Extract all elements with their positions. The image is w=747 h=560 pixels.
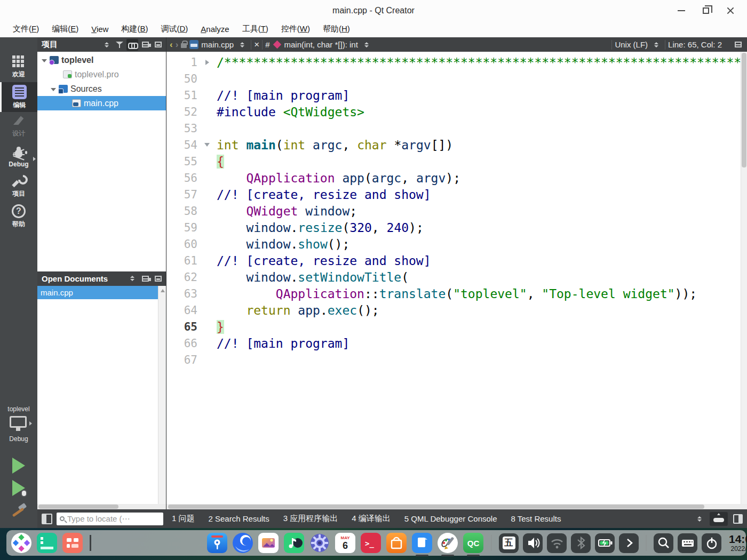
code-line-1[interactable]: 1/**************************************… xyxy=(166,54,741,70)
calendar-icon[interactable]: MAY 6 xyxy=(335,532,356,554)
tree-item-toplevel-pro[interactable]: toplevel.pro xyxy=(37,67,166,82)
code-line-67[interactable]: 67 xyxy=(166,351,741,368)
tree-item-toplevel[interactable]: toplevel xyxy=(37,53,166,67)
editor-split-button[interactable] xyxy=(732,39,744,51)
line-number[interactable]: 65 xyxy=(166,321,197,333)
open-file-name[interactable]: main.cpp xyxy=(201,40,234,49)
line-number[interactable]: 58 xyxy=(166,205,197,218)
mode-edit[interactable]: 编辑 xyxy=(0,82,37,112)
line-number[interactable]: 60 xyxy=(166,238,197,251)
bluetooth-icon[interactable] xyxy=(571,533,591,553)
launcher-icon[interactable] xyxy=(11,532,32,554)
code-line-54[interactable]: 54int main(int argc, char *argv[]) xyxy=(166,137,741,153)
wifi-icon[interactable] xyxy=(547,533,567,553)
line-number[interactable]: 62 xyxy=(166,271,197,284)
od-scrollbar[interactable] xyxy=(158,286,166,505)
file-manager-icon[interactable] xyxy=(206,532,228,554)
debug-run-button[interactable] xyxy=(12,480,25,496)
menu-item-8[interactable]: 帮助(H) xyxy=(317,22,355,36)
line-number[interactable]: 54 xyxy=(166,139,197,151)
code-line-60[interactable]: 60 window.show(); xyxy=(166,236,741,252)
go-back-button[interactable]: ‹ xyxy=(170,40,173,49)
power-icon[interactable] xyxy=(702,533,721,553)
line-number[interactable]: 64 xyxy=(166,304,197,317)
od-panel-combo[interactable] xyxy=(126,273,138,284)
menu-item-3[interactable]: 构建(B) xyxy=(116,22,153,36)
menu-item-0[interactable]: 文件(F) xyxy=(7,22,44,36)
line-number[interactable]: 67 xyxy=(166,354,197,366)
line-number[interactable]: 56 xyxy=(166,172,197,185)
menu-item-1[interactable]: 编辑(E) xyxy=(46,22,84,36)
open-document-main-cpp[interactable]: main.cpp xyxy=(37,286,166,299)
line-number[interactable]: 53 xyxy=(166,122,197,135)
line-number[interactable]: 57 xyxy=(166,188,197,201)
close-document-button[interactable]: × xyxy=(254,39,259,50)
mode-help[interactable]: ? 帮助 xyxy=(0,202,37,231)
kit-selector[interactable]: toplevel Debug xyxy=(0,405,37,449)
panes-combo[interactable] xyxy=(694,513,705,525)
line-number[interactable]: 66 xyxy=(166,337,197,350)
code-line-52[interactable]: 52#include <QtWidgets> xyxy=(166,103,741,120)
minimize-button[interactable] xyxy=(669,0,694,21)
virtual-keyboard-icon[interactable] xyxy=(678,533,697,553)
paint-app-icon[interactable] xyxy=(437,532,458,554)
code-line-64[interactable]: 64 return app.exec(); xyxy=(166,302,741,318)
restore-button[interactable] xyxy=(694,0,718,21)
search-icon[interactable] xyxy=(654,533,673,553)
code-line-61[interactable]: 61//! [create, resize and show] xyxy=(166,252,741,269)
code-editor[interactable]: 1/**************************************… xyxy=(166,52,747,504)
mode-projects[interactable]: 项目 xyxy=(0,172,37,202)
tree-item-main-cpp[interactable]: main.cpp xyxy=(37,96,166,110)
output-pane-button-3[interactable]: 4 编译输出 xyxy=(352,514,391,524)
line-number[interactable]: 55 xyxy=(166,155,197,168)
documents-app-icon[interactable] xyxy=(411,532,433,554)
close-panel-button[interactable] xyxy=(152,39,164,51)
music-icon[interactable] xyxy=(283,532,305,554)
code-line-63[interactable]: 63 QApplication::translate("toplevel", "… xyxy=(166,285,741,302)
build-progress-icon[interactable] xyxy=(710,512,728,526)
cursor-position[interactable]: Line: 65, Col: 2 xyxy=(668,40,722,49)
line-number[interactable]: 52 xyxy=(166,106,197,118)
code-line-58[interactable]: 58 QWidget window; xyxy=(166,203,741,219)
toggle-left-sidebar-button[interactable] xyxy=(42,514,52,524)
qt-creator-taskbar-icon[interactable]: QC xyxy=(463,532,484,554)
line-ending-selector[interactable]: Unix (LF) xyxy=(615,40,648,49)
output-pane-button-1[interactable]: 2 Search Results xyxy=(209,514,269,523)
panel-selector-combo[interactable] xyxy=(101,39,113,51)
input-method-icon[interactable]: 五 xyxy=(499,533,519,553)
mode-welcome[interactable]: 欢迎 xyxy=(0,52,37,82)
sync-with-editor-button[interactable] xyxy=(126,39,138,51)
close-button[interactable] xyxy=(718,0,743,21)
code-line-50[interactable]: 50 xyxy=(166,70,741,87)
code-line-56[interactable]: 56 QApplication app(argc, argv); xyxy=(166,170,741,186)
current-symbol[interactable]: main(int, char *[]): int xyxy=(284,40,358,49)
expand-arrow-icon[interactable] xyxy=(51,88,56,91)
tree-item-sources[interactable]: Sources xyxy=(37,82,166,96)
locator-input[interactable] xyxy=(67,514,160,523)
browser-icon[interactable] xyxy=(232,532,253,554)
code-line-66[interactable]: 66//! [main program] xyxy=(166,335,741,351)
symbol-hash[interactable]: # xyxy=(265,40,269,49)
code-line-51[interactable]: 51//! [main program] xyxy=(166,87,741,103)
leftpanel-hscrollbar[interactable] xyxy=(37,504,166,509)
symbol-combo[interactable] xyxy=(361,39,372,51)
line-ending-combo[interactable] xyxy=(650,39,662,51)
output-pane-button-4[interactable]: 5 QML Debugger Console xyxy=(404,514,497,523)
taskbar-clock[interactable]: 14:06 2022/5/6 xyxy=(726,533,747,553)
editor-vscrollbar[interactable] xyxy=(741,52,747,504)
volume-icon[interactable] xyxy=(523,533,543,553)
code-line-59[interactable]: 59 window.resize(320, 240); xyxy=(166,219,741,236)
photos-icon[interactable] xyxy=(258,532,279,554)
od-close-button[interactable] xyxy=(152,273,164,284)
code-line-55[interactable]: 55{ xyxy=(166,153,741,170)
code-line-65[interactable]: 65} xyxy=(166,318,741,335)
task-view-icon[interactable] xyxy=(36,532,58,554)
split-panel-button[interactable] xyxy=(139,39,151,51)
menu-item-4[interactable]: 调试(D) xyxy=(155,22,193,36)
menu-item-2[interactable]: View xyxy=(86,23,114,35)
line-number[interactable]: 50 xyxy=(166,73,197,85)
debug-submenu-arrow-icon[interactable] xyxy=(33,157,36,161)
output-pane-button-5[interactable]: 8 Test Results xyxy=(511,514,561,523)
code-line-57[interactable]: 57//! [create, resize and show] xyxy=(166,186,741,203)
build-button[interactable] xyxy=(10,502,28,521)
